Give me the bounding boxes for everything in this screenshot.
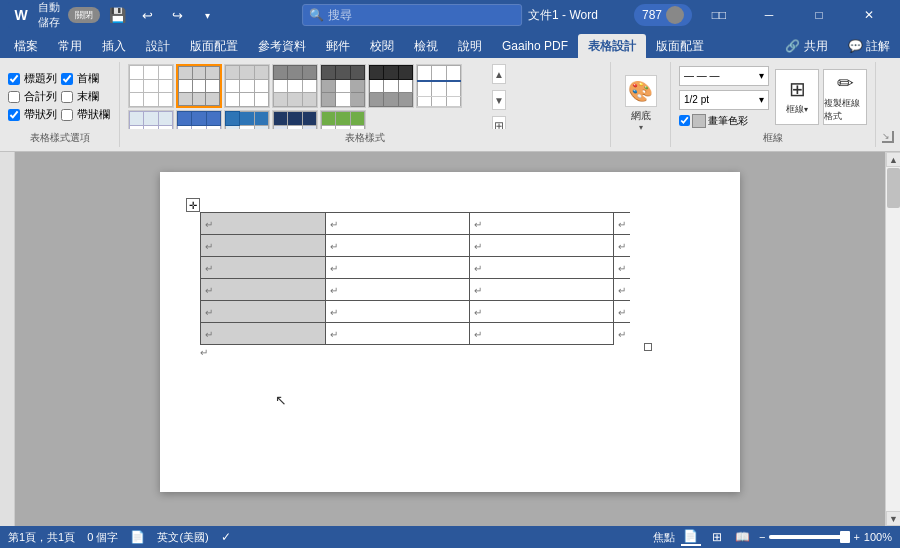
label-last-col: 末欄 (77, 89, 99, 104)
table-styles-scroll-up[interactable]: ▲ (492, 64, 506, 84)
tab-insert[interactable]: 插入 (92, 34, 136, 58)
table-cell[interactable]: ↵ (201, 213, 326, 235)
table-cell[interactable]: ↵ (201, 323, 326, 345)
view-web-button[interactable]: ⊞ (707, 528, 727, 546)
checkbox-banded-cols[interactable] (61, 109, 73, 121)
ribbon-tabs: 檔案 常用 插入 設計 版面配置 參考資料 郵件 校閱 檢視 說明 Gaaiho… (0, 30, 900, 58)
zoom-out-button[interactable]: − (759, 531, 765, 543)
table-cell[interactable]: ↵ (201, 301, 326, 323)
checkbox-first-col[interactable] (61, 73, 73, 85)
table-cell[interactable]: ↵ (469, 279, 613, 301)
checkbox-header-row[interactable] (8, 73, 20, 85)
pen-weight-selector[interactable]: 1/2 pt ▾ (679, 90, 769, 110)
table-style-8[interactable] (176, 110, 222, 129)
table-cell[interactable]: ↵ (469, 235, 613, 257)
dialog-launcher[interactable]: ↘ (876, 127, 900, 147)
table-cell[interactable]: ↵ (325, 213, 469, 235)
customize-qat[interactable]: ▾ (194, 2, 220, 28)
table-style-4[interactable] (320, 64, 366, 108)
tab-table-design[interactable]: 表格設計 (578, 34, 646, 58)
table-cell[interactable]: ↵ (325, 279, 469, 301)
table-styles-scroll-down[interactable]: ▼ (492, 90, 506, 110)
scrollbar-vertical[interactable]: ▲ ▼ (885, 152, 900, 526)
search-box[interactable]: 🔍 (302, 4, 522, 26)
table-styles-more[interactable]: ⊞ (492, 116, 506, 129)
checkbox-total-row[interactable] (8, 91, 20, 103)
pen-weight-label: 1/2 pt (684, 94, 709, 105)
tab-gaaiho[interactable]: Gaaiho PDF (492, 34, 578, 58)
tab-references[interactable]: 參考資料 (248, 34, 316, 58)
table-cell[interactable]: ↵ (201, 235, 326, 257)
tab-view[interactable]: 檢視 (404, 34, 448, 58)
status-icon-doc[interactable]: 📄 (130, 530, 145, 544)
table-style-grid-1[interactable] (176, 64, 222, 108)
zoom-in-button[interactable]: + (853, 531, 859, 543)
table-wrapper: ✛ ↵ ↵ ↵ ↵ ↵ ↵ ↵ ↵ (200, 212, 630, 345)
check-first-col: 首欄 (61, 71, 110, 86)
tab-home[interactable]: 常用 (48, 34, 92, 58)
table-cell[interactable]: ↵ (201, 257, 326, 279)
table-style-5[interactable] (368, 64, 414, 108)
search-input[interactable] (328, 8, 508, 22)
maximize-button[interactable]: □ (796, 0, 842, 30)
minimize-button[interactable]: ─ (746, 0, 792, 30)
tab-file[interactable]: 檔案 (4, 34, 48, 58)
zoom-track[interactable] (769, 535, 849, 539)
title-bar-right: 787 □□ ─ □ ✕ (634, 0, 892, 30)
redo-button[interactable]: ↪ (164, 2, 190, 28)
table-style-7[interactable] (128, 110, 174, 129)
table-cell[interactable]: ↵ (469, 257, 613, 279)
table-style-11[interactable] (320, 110, 366, 129)
tab-share[interactable]: 🔗 共用 (775, 34, 837, 58)
table-move-handle[interactable]: ✛ (186, 198, 200, 212)
tab-table-layout[interactable]: 版面配置 (646, 34, 714, 58)
table-style-9[interactable] (224, 110, 270, 129)
border-style-selector[interactable]: — — — ▾ (679, 66, 769, 86)
table-style-options-content: 標題列 合計列 帶狀列 首欄 末欄 (8, 64, 111, 129)
scroll-arrow-down[interactable]: ▼ (886, 511, 900, 526)
table-cell[interactable]: ↵ (469, 323, 613, 345)
checkbox-last-col[interactable] (61, 91, 73, 103)
close-button[interactable]: ✕ (846, 0, 892, 30)
zoom-thumb[interactable] (840, 531, 850, 543)
table-cell[interactable]: ↵ (325, 301, 469, 323)
tab-design[interactable]: 設計 (136, 34, 180, 58)
border-button[interactable]: ⊞ 框線 ▾ (775, 69, 819, 125)
document-area[interactable]: ✛ ↵ ↵ ↵ ↵ ↵ ↵ ↵ ↵ (15, 152, 885, 526)
tab-help[interactable]: 說明 (448, 34, 492, 58)
table-style-2[interactable] (224, 64, 270, 108)
group-label-table-style-options: 表格樣式選項 (8, 129, 111, 145)
autosave-toggle[interactable]: 關閉 (68, 7, 100, 23)
view-read-button[interactable]: 📖 (733, 528, 753, 546)
table-cell[interactable]: ↵ (201, 279, 326, 301)
checkbox-banded-rows[interactable] (8, 109, 20, 121)
tab-review[interactable]: 校閱 (360, 34, 404, 58)
table-cell[interactable]: ↵ (325, 235, 469, 257)
table-style-plain[interactable] (128, 64, 174, 108)
scroll-thumb[interactable] (887, 168, 900, 208)
scroll-arrow-up[interactable]: ▲ (886, 152, 900, 167)
table-cell[interactable]: ↵ (325, 257, 469, 279)
tab-mailings[interactable]: 郵件 (316, 34, 360, 58)
copy-border-button[interactable]: ✏ 複製框線格式 (823, 69, 867, 125)
dialog-launcher-icon: ↘ (882, 131, 894, 143)
table-style-10[interactable] (272, 110, 318, 129)
table-cell[interactable]: ↵ (469, 301, 613, 323)
table-style-3[interactable] (272, 64, 318, 108)
user-area[interactable]: 787 (634, 4, 692, 26)
tab-comments[interactable]: 💬 註解 (838, 34, 900, 58)
tab-layout[interactable]: 版面配置 (180, 34, 248, 58)
restore-down-button[interactable]: □□ (696, 0, 742, 30)
checkbox-pen-color[interactable] (679, 115, 690, 126)
table-cell[interactable]: ↵ (325, 323, 469, 345)
label-total-row: 合計列 (24, 89, 57, 104)
shading-button[interactable]: 🎨 網底 ▾ (625, 75, 657, 132)
view-print-button[interactable]: 📄 (681, 528, 701, 546)
undo-button[interactable]: ↩ (134, 2, 160, 28)
save-button[interactable]: 💾 (104, 2, 130, 28)
check-total-row: 合計列 (8, 89, 57, 104)
table-style-6[interactable] (416, 64, 462, 108)
status-icon-check[interactable]: ✓ (221, 530, 231, 544)
table-resize-handle[interactable] (644, 343, 652, 351)
table-cell[interactable]: ↵ (469, 213, 613, 235)
